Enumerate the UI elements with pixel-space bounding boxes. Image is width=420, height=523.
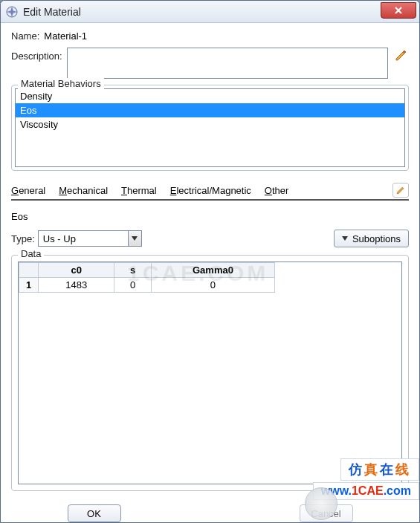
- close-icon: [394, 6, 403, 15]
- data-group: Data c0 s Gamma0 1 1483 0 0: [11, 255, 409, 491]
- menu-thermal[interactable]: Thermal: [121, 185, 157, 196]
- name-label: Name:: [11, 30, 39, 42]
- cell-gamma0[interactable]: 0: [151, 278, 274, 293]
- row-number: 1: [19, 278, 39, 293]
- type-row: Type: Us - Up Suboptions: [11, 230, 409, 247]
- description-input[interactable]: [67, 48, 388, 79]
- chevron-down-icon: [128, 231, 141, 246]
- dialog-footer: OK Cancel: [1, 497, 419, 522]
- cell-s[interactable]: 0: [114, 278, 151, 293]
- description-label: Description:: [11, 51, 62, 62]
- menu-general[interactable]: General: [11, 185, 45, 196]
- chevron-down-icon: [342, 236, 348, 241]
- overlay-bubble-icon: [305, 487, 337, 520]
- table-row[interactable]: 1 1483 0 0: [19, 278, 275, 293]
- ok-button[interactable]: OK: [68, 504, 121, 522]
- dialog-content: Name: Material-1 Description: Material B…: [1, 23, 419, 497]
- col-gamma0: Gamma0: [151, 263, 274, 278]
- behavior-item-eos[interactable]: Eos: [16, 103, 404, 117]
- name-value: Material-1: [44, 30, 87, 42]
- edit-material-dialog: Edit Material Name: Material-1 Descripti…: [0, 0, 420, 523]
- material-behaviors-group: Material Behaviors Density Eos Viscosity: [11, 85, 409, 171]
- overlay-banner: 仿真在线: [340, 458, 419, 481]
- pencil-icon: [394, 49, 407, 62]
- edit-description-button[interactable]: [392, 48, 409, 64]
- app-icon: [5, 5, 19, 19]
- behavior-item-density[interactable]: Density: [16, 89, 404, 103]
- section-title: Eos: [11, 211, 409, 222]
- data-table-container: c0 s Gamma0 1 1483 0 0: [18, 262, 402, 484]
- table-header-row: c0 s Gamma0: [19, 263, 275, 278]
- data-group-label: Data: [18, 248, 44, 259]
- menu-electrical[interactable]: Electrical/Magnetic: [170, 185, 251, 196]
- type-select[interactable]: Us - Up: [38, 230, 142, 247]
- material-menubar: General Mechanical Thermal Electrical/Ma…: [11, 183, 409, 201]
- description-row: Description:: [11, 48, 409, 79]
- type-label: Type:: [11, 233, 35, 244]
- titlebar: Edit Material: [1, 1, 419, 23]
- window-title: Edit Material: [23, 6, 81, 18]
- suboptions-button[interactable]: Suboptions: [334, 230, 409, 247]
- suboptions-label: Suboptions: [352, 233, 401, 244]
- behaviors-list[interactable]: Density Eos Viscosity: [15, 88, 405, 167]
- data-table[interactable]: c0 s Gamma0 1 1483 0 0: [19, 262, 275, 293]
- edit-menu-button[interactable]: [392, 183, 409, 198]
- behavior-item-viscosity[interactable]: Viscosity: [16, 117, 404, 131]
- col-c0: c0: [39, 263, 114, 278]
- pencil-icon: [395, 185, 406, 195]
- cell-c0[interactable]: 1483: [39, 278, 114, 293]
- menu-mechanical[interactable]: Mechanical: [59, 185, 108, 196]
- type-value: Us - Up: [43, 233, 76, 244]
- close-button[interactable]: [381, 2, 416, 19]
- name-row: Name: Material-1: [11, 30, 409, 42]
- col-s: s: [114, 263, 151, 278]
- behaviors-group-label: Material Behaviors: [18, 78, 104, 89]
- menu-other[interactable]: Other: [265, 185, 289, 196]
